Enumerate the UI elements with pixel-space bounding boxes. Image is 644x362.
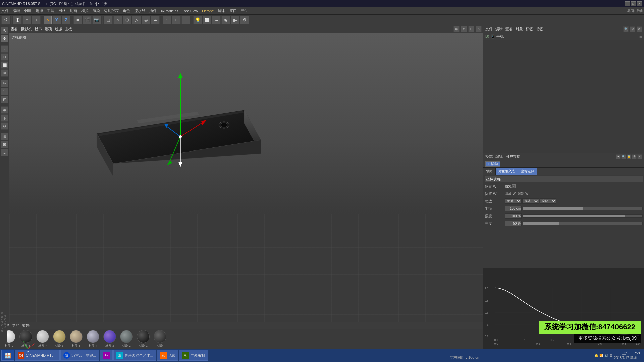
- material-1[interactable]: 材质 1: [137, 330, 150, 348]
- menu-create[interactable]: 创建: [24, 8, 32, 13]
- menu-motion-tracking[interactable]: 运动跟踪: [104, 8, 119, 13]
- props-mode[interactable]: 模式: [485, 154, 493, 159]
- mat-function[interactable]: 功能: [12, 323, 19, 328]
- menu-realflow[interactable]: RealFlow: [182, 9, 198, 13]
- width-slider[interactable]: [523, 222, 643, 225]
- scale-dropdown1[interactable]: 绝对: [505, 198, 522, 204]
- landscape-btn[interactable]: ⛰: [151, 16, 160, 24]
- polygon-obj-btn[interactable]: ■: [73, 16, 82, 24]
- material-0[interactable]: 材质: [154, 330, 166, 348]
- menu-edit[interactable]: 编辑: [13, 8, 20, 13]
- tab-object-input[interactable]: 对象输入⓪: [496, 168, 518, 175]
- scene-bookmarks[interactable]: 书签: [536, 26, 543, 32]
- knife-tool[interactable]: ✂: [1, 80, 8, 87]
- menu-simulate[interactable]: 模拟: [81, 8, 89, 13]
- magnet-tool[interactable]: ⊕: [1, 106, 8, 114]
- model-mode-btn[interactable]: ✕: [44, 16, 52, 24]
- strength-slider[interactable]: [523, 214, 643, 218]
- menu-render[interactable]: 渲染: [93, 8, 100, 13]
- bridge-tool[interactable]: ⌒: [1, 88, 8, 95]
- floor-tool[interactable]: ⊞: [1, 141, 8, 148]
- add-btn[interactable]: + 移动: [485, 161, 500, 167]
- edges-mode[interactable]: ⊟: [1, 53, 8, 61]
- light-btn[interactable]: 💡: [193, 16, 202, 24]
- sphere-btn[interactable]: ○: [113, 16, 122, 24]
- menu-script[interactable]: 脚本: [218, 8, 225, 13]
- vp-panel[interactable]: 面板: [65, 26, 72, 32]
- material-btn[interactable]: ◉: [221, 16, 230, 24]
- scene-file[interactable]: 文件: [485, 26, 493, 32]
- scale-dropdown2[interactable]: 模式: [522, 198, 539, 204]
- material-4[interactable]: 材质 4: [87, 330, 99, 348]
- scale-tool-btn[interactable]: ○: [22, 16, 31, 24]
- material-5[interactable]: 材质 5: [70, 330, 83, 348]
- sculpt-btn[interactable]: ⊙: [1, 122, 8, 130]
- vp-icon2[interactable]: ⬆: [461, 26, 467, 32]
- material-6[interactable]: 材质 6: [53, 330, 66, 348]
- props-arrow-left[interactable]: ◀: [616, 154, 621, 159]
- maximize-btn[interactable]: □: [631, 1, 636, 6]
- viewport-canvas[interactable]: 透视视图 网格间距：100 cm X Y Z: [9, 33, 483, 362]
- scene-objects[interactable]: 对象: [516, 26, 523, 32]
- taskbar-ae[interactable]: Ae: [100, 350, 113, 361]
- vp-display[interactable]: 显示: [35, 26, 42, 32]
- start-btn[interactable]: 🪟: [1, 350, 14, 361]
- cylinder-btn[interactable]: ⬡: [123, 16, 131, 24]
- menu-window[interactable]: 窗口: [229, 8, 237, 13]
- timeline-record-btn[interactable]: 🎬: [83, 16, 92, 24]
- material-3[interactable]: 材质 3: [103, 330, 116, 348]
- taskbar-thunder[interactable]: 迅 迅雷云 - 酷跑...: [60, 350, 99, 361]
- vertex-mode-btn[interactable]: Z: [62, 16, 70, 24]
- menu-select[interactable]: 选择: [36, 8, 43, 13]
- scene-close-icon[interactable]: ✕: [637, 26, 642, 32]
- radius-input[interactable]: [505, 206, 522, 211]
- menu-xparticles[interactable]: X-Particles: [161, 9, 178, 13]
- vp-options[interactable]: 选项: [45, 26, 52, 32]
- sky-btn[interactable]: ☁: [212, 16, 221, 24]
- vp-filter[interactable]: 过滤: [55, 26, 62, 32]
- move-tool[interactable]: ✛: [1, 35, 8, 42]
- scene-expand-icon[interactable]: ⊞: [639, 35, 642, 38]
- scale-dropdown3[interactable]: 全部: [540, 198, 556, 204]
- width-input[interactable]: [505, 221, 522, 226]
- polys-mode[interactable]: ⬜: [1, 61, 8, 69]
- extrude-tool[interactable]: ⊡: [1, 96, 8, 103]
- menu-character[interactable]: 角色: [123, 8, 130, 13]
- menu-tools[interactable]: 工具: [47, 8, 54, 13]
- cone-btn[interactable]: △: [132, 16, 141, 24]
- taskbar-flower[interactable]: 花 花家: [157, 350, 178, 361]
- close-btn[interactable]: ✕: [637, 1, 642, 6]
- move-tool-btn[interactable]: ⊕: [13, 16, 22, 24]
- menu-animation[interactable]: 动画: [70, 8, 77, 13]
- floor-btn[interactable]: ⬜: [203, 16, 211, 24]
- menu-pipeline[interactable]: 流水线: [134, 8, 145, 13]
- scene-view[interactable]: 查看: [505, 26, 513, 32]
- uv-mode[interactable]: ⊞: [1, 69, 8, 77]
- props-search-icon[interactable]: 🔍: [621, 154, 626, 159]
- points-mode[interactable]: ·: [1, 45, 8, 53]
- scene-search-icon[interactable]: 🔍: [623, 26, 629, 32]
- scene-settings-icon[interactable]: ⚙: [630, 26, 635, 32]
- menu-file[interactable]: 文件: [1, 8, 9, 13]
- scene-tags[interactable]: 标签: [526, 26, 533, 32]
- taskbar-screen[interactable]: 录 屏幕录制: [179, 350, 208, 361]
- props-close-icon[interactable]: ✕: [637, 154, 642, 159]
- select-tool[interactable]: ↖: [1, 27, 8, 34]
- vp-icon3[interactable]: □: [468, 26, 474, 32]
- menu-mesh[interactable]: 网格: [58, 8, 66, 13]
- menu-octane[interactable]: Octane: [202, 9, 214, 13]
- minimize-btn[interactable]: ─: [625, 1, 630, 6]
- vp-icon4[interactable]: ✕: [476, 26, 482, 32]
- camera-btn[interactable]: 📷: [92, 16, 101, 24]
- vp-camera[interactable]: 摄影机: [21, 26, 32, 32]
- mat-effect[interactable]: 效果: [22, 323, 30, 328]
- props-userdata[interactable]: 用户数据: [505, 154, 520, 159]
- undo-btn[interactable]: ↺: [1, 16, 10, 24]
- cube-btn[interactable]: □: [104, 16, 113, 24]
- rotate-tool-btn[interactable]: +: [32, 16, 41, 24]
- radius-slider[interactable]: [523, 207, 643, 210]
- vp-view[interactable]: 查看: [11, 26, 18, 32]
- tab-axis[interactable]: 轴向: [483, 168, 496, 175]
- torus-btn[interactable]: ◎: [142, 16, 150, 24]
- taskbar-mix[interactable]: 混 史诗级混合艺术...: [113, 350, 156, 361]
